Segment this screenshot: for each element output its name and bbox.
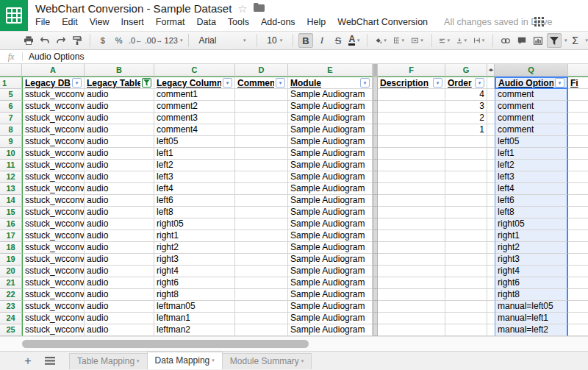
cell-G[interactable] [445,171,487,183]
strikethrough-button[interactable]: S [331,33,345,48]
cell-F[interactable] [378,230,445,242]
cell-F[interactable] [378,136,445,148]
borders-button[interactable]: ▾ [391,33,407,48]
row-header[interactable]: 22 [0,289,22,301]
row-header[interactable]: 1 [0,77,22,89]
cell-B1[interactable]: Legacy Table [85,77,154,89]
cell-A[interactable]: sstuck_wcconv [22,160,85,171]
increase-decimal-button[interactable]: .00→ [144,33,162,48]
cell-B[interactable]: audio [85,313,154,324]
filter-dropdown-icon[interactable]: ▾ [475,78,484,88]
cell-A[interactable]: sstuck_wcconv [22,313,85,324]
cell-A[interactable]: sstuck_wcconv [22,230,85,242]
row-header[interactable]: 10 [0,148,22,160]
cell-G[interactable] [445,195,487,207]
filter-dropdown-icon[interactable]: ▾ [72,78,82,88]
row-header[interactable]: 25 [0,324,22,336]
cell-G[interactable] [445,230,487,242]
cell-E[interactable]: Sample Audiogram [288,266,373,277]
cell-D[interactable] [235,301,288,313]
cell-C[interactable]: left8 [154,207,235,218]
formula-input[interactable]: Audio Options [29,51,84,62]
cell-F[interactable] [378,171,445,183]
cell-partial[interactable] [568,324,588,336]
row-header[interactable]: 19 [0,254,22,266]
cell-B[interactable]: audio [85,254,154,266]
cell-A[interactable]: sstuck_wcconv [22,89,85,101]
cell-E[interactable]: Sample Audiogram [288,277,373,289]
cell-G[interactable] [445,136,487,148]
cell-Q[interactable]: left8 [495,207,568,218]
corner-cell[interactable] [0,64,22,77]
functions-button[interactable]: Σ [568,33,583,48]
cell-B[interactable]: audio [85,277,154,289]
cell-D[interactable] [235,101,288,113]
menu-data[interactable]: Data [196,17,215,27]
cell-C[interactable]: right4 [154,266,235,277]
cell-A[interactable]: sstuck_wcconv [22,277,85,289]
cell-A[interactable]: sstuck_wcconv [22,254,85,266]
cell-Q[interactable]: left4 [495,183,568,195]
menu-file[interactable]: File [35,17,50,27]
cell-Q[interactable]: right1 [495,230,568,242]
cell-Q[interactable]: left05 [495,136,568,148]
cell-F[interactable] [378,242,445,254]
cell-D[interactable] [235,242,288,254]
cell-C[interactable]: right6 [154,277,235,289]
cell-partial[interactable] [568,242,588,254]
column-header-Q[interactable]: Q [495,64,568,77]
text-wrap-button[interactable]: ▾ [471,33,487,48]
cell-partial[interactable] [568,148,588,160]
column-header-F[interactable]: F [378,64,445,77]
cell-E[interactable]: Sample Audiogram [288,160,373,171]
cell-A[interactable]: sstuck_wcconv [22,124,85,136]
cell-G[interactable] [445,301,487,313]
more-formats-button[interactable]: 123▾ [164,33,182,48]
cell-C[interactable]: left2 [154,160,235,171]
cell-F[interactable] [378,254,445,266]
cell-B[interactable]: audio [85,89,154,101]
cell-E[interactable]: Sample Audiogram [288,183,373,195]
cell-E[interactable]: Sample Audiogram [288,171,373,183]
cell-D[interactable] [235,136,288,148]
cell-C[interactable]: comment2 [154,101,235,113]
tab-data-mapping[interactable]: Data Mapping▾ [147,352,223,369]
cell-D[interactable] [235,195,288,207]
cell-A[interactable]: sstuck_wcconv [22,324,85,336]
cell-B[interactable]: audio [85,171,154,183]
column-header-D[interactable]: D [235,64,288,77]
italic-button[interactable]: I [315,33,329,48]
cell-B[interactable]: audio [85,160,154,171]
cell-E[interactable]: Sample Audiogram [288,218,373,230]
cell-A[interactable]: sstuck_wcconv [22,171,85,183]
redo-button[interactable] [54,33,68,48]
cell-C[interactable]: leftman1 [154,313,235,324]
tab-table-mapping[interactable]: Table Mapping▾ [69,353,148,369]
cell-E[interactable]: Sample Audiogram [288,313,373,324]
print-button[interactable] [21,33,36,48]
cell-G[interactable]: 3 [445,101,487,113]
cell-E[interactable]: Sample Audiogram [288,195,373,207]
cell-D[interactable] [235,124,288,136]
cell-E[interactable]: Sample Audiogram [288,324,373,336]
cell-A[interactable]: sstuck_wcconv [22,113,85,124]
row-header[interactable]: 6 [0,101,22,113]
cell-D[interactable] [235,324,288,336]
hidden-columns-marker[interactable]: ◂▸ [487,64,495,77]
filter-dropdown-icon[interactable]: ▾ [433,78,442,88]
cell-F[interactable] [378,195,445,207]
cell-partial[interactable] [568,89,588,101]
cell-Q[interactable]: manual=left2 [495,324,568,336]
cell-D[interactable] [235,313,288,324]
cell-G[interactable]: 1 [445,124,487,136]
cell-partial[interactable] [568,254,588,266]
row-header[interactable]: 15 [0,207,22,218]
cell-B[interactable]: audio [85,218,154,230]
row-header[interactable]: 13 [0,183,22,195]
cell-Q[interactable]: left2 [495,160,568,171]
add-sheet-button[interactable]: + [19,355,37,368]
cell-Q[interactable]: comment [495,124,568,136]
cell-D[interactable] [235,254,288,266]
cell-B[interactable]: audio [85,324,154,336]
cell-Q[interactable]: right05 [495,218,568,230]
